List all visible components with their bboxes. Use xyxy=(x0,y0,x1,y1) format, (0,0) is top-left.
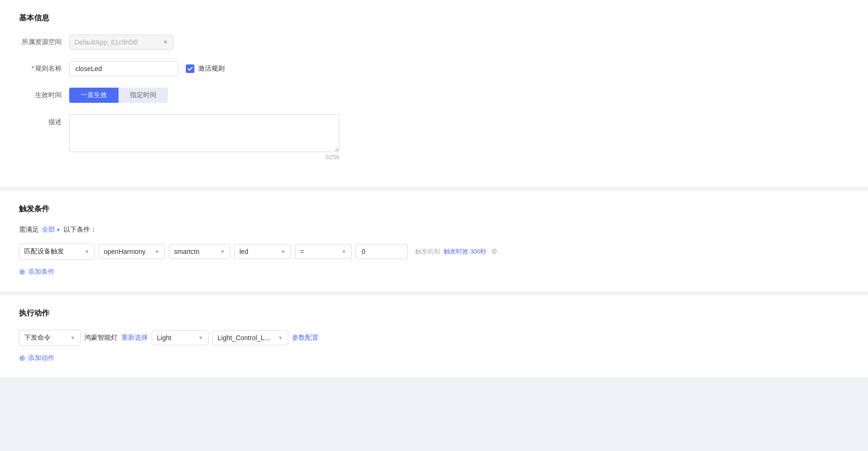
rule-name-label: *规则名称 xyxy=(19,64,62,73)
condition-all-dropdown[interactable]: 全部 ▼ xyxy=(42,226,61,234)
action-fields-row: 下发命令 ▼ 鸿蒙智能灯 重新选择 Light ▼ Light_Control_… xyxy=(19,330,849,346)
execute-action-section: 执行动作 下发命令 ▼ 鸿蒙智能灯 重新选择 Light ▼ Light_Con… xyxy=(0,295,868,378)
trigger-settings-icon[interactable]: ⚙ xyxy=(491,247,497,256)
property-value: led xyxy=(239,248,248,255)
product-value: smartctn xyxy=(174,248,200,255)
trigger-condition-section: 触发条件 需满足 全部 ▼ 以下条件： 匹配设备触发 ▼ openHarmony… xyxy=(0,191,868,291)
trigger-condition-title: 触发条件 xyxy=(19,204,849,214)
trigger-type-select[interactable]: 匹配设备触发 ▼ xyxy=(19,244,95,260)
resource-space-row: 所属资源空间 DefaultApp_61c9h56l ▼ xyxy=(19,35,849,50)
property-select[interactable]: led ▼ xyxy=(234,244,291,259)
command-select[interactable]: Light_Control_L... ▼ xyxy=(212,330,288,345)
effect-time-label: 生效时间 xyxy=(19,91,62,99)
need-satisfy-label: 需满足 xyxy=(19,226,39,234)
product-arrow-icon: ▼ xyxy=(220,249,225,254)
service-value: Light xyxy=(157,334,171,342)
basic-info-title: 基本信息 xyxy=(19,13,849,23)
add-action-plus-icon: ⊕ xyxy=(19,353,25,362)
condition-all-arrow-icon: ▼ xyxy=(56,227,61,233)
activate-checkbox[interactable] xyxy=(186,64,194,73)
required-star: * xyxy=(32,64,34,72)
property-arrow-icon: ▼ xyxy=(281,249,286,254)
activate-rule-checkbox-group: 激活规则 xyxy=(186,64,225,73)
execute-action-title: 执行动作 xyxy=(19,308,849,318)
description-input[interactable] xyxy=(69,114,339,152)
action-type-select[interactable]: 下发命令 ▼ xyxy=(19,330,81,346)
effect-time-row: 生效时间 一直生效 指定时间 xyxy=(19,88,849,103)
service-select[interactable]: Light ▼ xyxy=(152,330,209,345)
platform-arrow-icon: ▼ xyxy=(155,249,160,254)
rule-name-input[interactable] xyxy=(69,61,178,76)
action-type-arrow-icon: ▼ xyxy=(70,335,75,341)
add-action-label: 添加动作 xyxy=(28,354,55,362)
following-label: 以下条件： xyxy=(64,226,97,234)
description-row: 描述 0/256 xyxy=(19,114,849,161)
rule-name-row: *规则名称 激活规则 xyxy=(19,61,849,76)
device-name-text: 鸿蒙智能灯 xyxy=(84,334,118,342)
add-action-button[interactable]: ⊕ 添加动作 xyxy=(19,353,849,362)
add-condition-button[interactable]: ⊕ 添加条件 xyxy=(19,267,849,276)
description-label: 描述 xyxy=(19,114,62,126)
trigger-mechanism-label: 触发机制 xyxy=(415,247,440,256)
operator-value: = xyxy=(300,248,304,255)
reselect-link[interactable]: 重新选择 xyxy=(121,334,148,342)
action-type-value: 下发命令 xyxy=(24,334,51,342)
add-condition-label: 添加条件 xyxy=(28,268,55,276)
trigger-effect-link[interactable]: 触发时效 300秒 xyxy=(444,247,486,256)
trigger-type-value: 匹配设备触发 xyxy=(24,247,64,256)
trigger-type-arrow-icon: ▼ xyxy=(84,249,90,254)
resource-space-value: DefaultApp_61c9h56l xyxy=(74,38,138,46)
trigger-fields-row: 匹配设备触发 ▼ openHarmony ▼ smartctn ▼ led ▼ … xyxy=(19,244,849,260)
resource-space-label: 所属资源空间 xyxy=(19,38,62,46)
platform-value: openHarmony xyxy=(104,248,146,255)
param-config-link[interactable]: 参数配置 xyxy=(292,334,319,342)
resource-space-arrow-icon: ▼ xyxy=(163,39,168,45)
specified-time-button[interactable]: 指定时间 xyxy=(119,88,168,103)
page-wrapper: 基本信息 所属资源空间 DefaultApp_61c9h56l ▼ *规则名称 xyxy=(0,0,868,451)
platform-select[interactable]: openHarmony ▼ xyxy=(99,244,165,259)
value-input[interactable] xyxy=(356,244,408,259)
service-arrow-icon: ▼ xyxy=(198,335,203,341)
resource-space-input[interactable]: DefaultApp_61c9h56l ▼ xyxy=(69,35,174,50)
command-arrow-icon: ▼ xyxy=(278,335,283,341)
operator-arrow-icon: ▼ xyxy=(341,249,347,254)
description-wrapper: 0/256 xyxy=(69,114,339,161)
condition-satisfy-row: 需满足 全部 ▼ 以下条件： xyxy=(19,226,849,234)
add-condition-plus-icon: ⊕ xyxy=(19,267,25,276)
basic-info-section: 基本信息 所属资源空间 DefaultApp_61c9h56l ▼ *规则名称 xyxy=(0,0,868,187)
activate-label: 激活规则 xyxy=(198,64,225,73)
command-value: Light_Control_L... xyxy=(218,334,270,342)
char-count: 0/256 xyxy=(69,154,339,161)
check-icon xyxy=(187,66,193,72)
product-select[interactable]: smartctn ▼ xyxy=(169,244,230,259)
time-buttons-group: 一直生效 指定时间 xyxy=(69,88,168,103)
operator-select[interactable]: = ▼ xyxy=(295,244,352,259)
always-effective-button[interactable]: 一直生效 xyxy=(69,88,119,103)
